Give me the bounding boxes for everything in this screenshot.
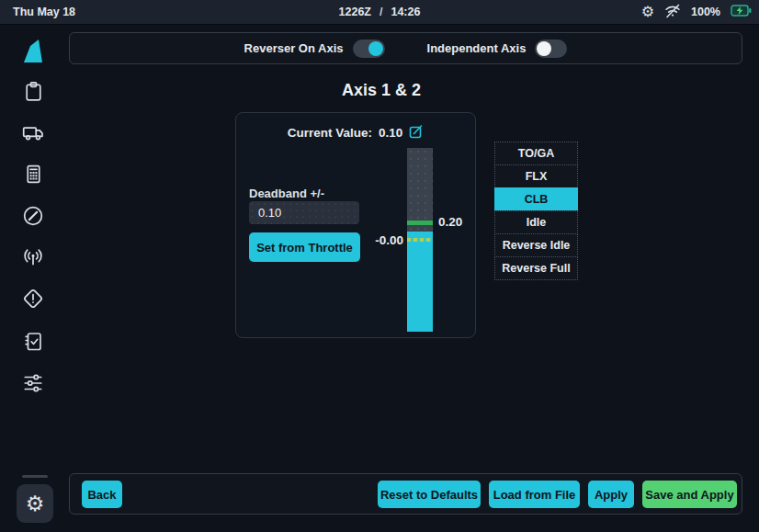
independent-axis-toggle[interactable]	[535, 40, 567, 58]
upper-mark-label: 0.20	[438, 215, 462, 229]
sidebar-item-calculator[interactable]	[17, 157, 50, 190]
load-from-file-button[interactable]: Load from File	[489, 481, 580, 508]
deadband-marker-line	[407, 238, 433, 242]
detent-row-reverse-idle[interactable]: Reverse Idle	[494, 233, 578, 257]
sidebar-divider	[22, 475, 48, 478]
battery-percent: 100%	[691, 6, 720, 18]
sidebar-item-sliders[interactable]	[17, 367, 50, 400]
current-value-row: Current Value: 0.10	[236, 124, 475, 141]
axis-bar-upper-track	[407, 148, 433, 221]
sidebar-item-truck[interactable]	[17, 116, 50, 149]
sidebar-item-settings[interactable]: ⚙	[17, 484, 53, 523]
apply-button[interactable]: Apply	[588, 481, 634, 508]
axis-bar-gap	[407, 225, 433, 232]
detent-row-flx[interactable]: FLX	[494, 164, 578, 188]
settings-gear-icon[interactable]: ⚙	[641, 5, 654, 19]
axis-options-bar: Reverser On Axis Independent Axis	[69, 32, 742, 64]
current-value-label: Current Value:	[288, 126, 372, 140]
detent-row-reverse-full[interactable]: Reverse Full	[494, 256, 578, 280]
axis-bar-fill	[407, 232, 433, 332]
reverser-on-axis-toggle[interactable]	[353, 40, 385, 58]
time-separator: /	[380, 6, 382, 18]
sidebar-item-checklist[interactable]	[17, 324, 50, 357]
battery-charging-icon	[731, 5, 752, 19]
deadband-input[interactable]	[249, 201, 359, 224]
detent-row-toga[interactable]: TO/GA	[494, 141, 578, 165]
utc-time: 1226Z	[339, 6, 371, 18]
toggle-knob	[368, 41, 383, 56]
edit-pencil-icon[interactable]	[409, 124, 424, 141]
reverser-on-axis-label: Reverser On Axis	[244, 41, 344, 55]
local-time: 14:26	[391, 6, 420, 18]
save-and-apply-button[interactable]: Save and Apply	[642, 481, 737, 508]
efb-app-window: Thu May 18 1226Z/14:26 ⚙ 100%	[0, 0, 759, 532]
sidebar-item-clipboard[interactable]	[17, 74, 50, 108]
sidebar-item-compass[interactable]	[17, 199, 50, 232]
axis-value-bar[interactable]	[407, 148, 433, 332]
set-from-throttle-button[interactable]: Set from Throttle	[249, 232, 360, 262]
fin-logo-icon[interactable]	[17, 34, 50, 67]
lower-mark-label: -0.00	[370, 233, 403, 247]
sidebar-item-warning[interactable]	[17, 282, 50, 315]
wifi-off-icon	[664, 4, 681, 21]
sidebar-item-broadcast[interactable]	[17, 241, 50, 274]
independent-axis-label: Independent Axis	[427, 41, 527, 55]
independent-axis-group: Independent Axis	[427, 40, 568, 58]
reverser-on-axis-group: Reverser On Axis	[244, 40, 385, 58]
status-right-cluster: ⚙ 100%	[641, 4, 752, 21]
reset-to-defaults-button[interactable]: Reset to Defaults	[378, 481, 481, 508]
settings-gear-icon: ⚙	[26, 493, 45, 515]
calibration-panel: Current Value: 0.10 Deadband +/- Set fro…	[235, 112, 476, 338]
detent-list: TO/GA FLX CLB Idle Reverse Idle Reverse …	[494, 141, 578, 280]
sidebar-nav: ⚙	[0, 25, 66, 532]
back-button[interactable]: Back	[82, 481, 122, 508]
deadband-label: Deadband +/-	[249, 187, 324, 200]
detent-row-clb[interactable]: CLB	[494, 187, 578, 211]
page-title: Axis 1 & 2	[210, 81, 552, 100]
detent-row-idle[interactable]: Idle	[494, 210, 578, 234]
toggle-knob	[537, 41, 551, 56]
status-bar: Thu May 18 1226Z/14:26 ⚙ 100%	[0, 0, 759, 25]
current-value: 0.10	[379, 126, 402, 140]
footer-action-bar: Back Reset to Defaults Load from File Ap…	[69, 473, 742, 515]
